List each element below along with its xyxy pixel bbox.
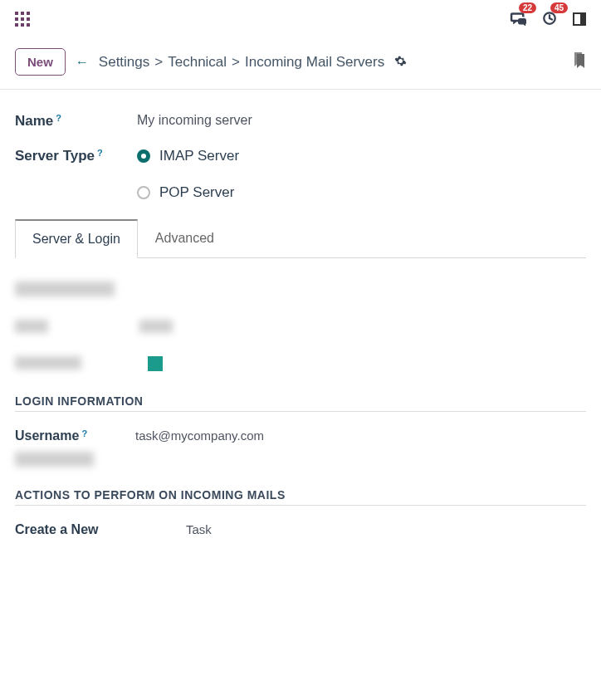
redacted-row <box>15 281 586 296</box>
breadcrumb-separator: > <box>154 54 163 71</box>
tab-advanced[interactable]: Advanced <box>138 219 232 257</box>
help-icon[interactable]: ? <box>97 148 103 158</box>
tabs: Server & Login Advanced <box>15 219 586 258</box>
top-bar: 22 45 <box>0 0 601 38</box>
redacted-row <box>15 452 94 467</box>
activity-icon[interactable]: 45 <box>541 11 558 28</box>
radio-icon[interactable] <box>137 186 150 199</box>
panel-toggle-icon[interactable] <box>573 12 586 26</box>
help-icon[interactable]: ? <box>81 428 87 438</box>
name-row: Name ? My incoming server <box>15 113 586 130</box>
create-new-label: Create a New <box>15 522 181 537</box>
header-left: New ← Settings > Technical > Incoming Ma… <box>15 48 407 76</box>
breadcrumb-technical[interactable]: Technical <box>168 54 227 71</box>
gear-icon[interactable] <box>394 55 407 70</box>
radio-icon[interactable] <box>137 149 150 163</box>
create-new-row: Create a New Task <box>15 522 586 537</box>
breadcrumb-settings[interactable]: Settings <box>99 54 149 71</box>
new-button[interactable]: New <box>15 48 66 76</box>
topbar-right: 22 45 <box>510 11 586 28</box>
apps-grid-icon[interactable] <box>15 12 30 27</box>
help-icon[interactable]: ? <box>56 113 61 123</box>
login-information-header: LOGIN INFORMATION <box>15 394 586 412</box>
server-type-radio-group: IMAP Server POP Server <box>137 148 239 201</box>
redacted-row <box>15 356 586 371</box>
tab-content: LOGIN INFORMATION Username ? task@mycomp… <box>15 258 586 554</box>
breadcrumb: Settings > Technical > Incoming Mail Ser… <box>99 54 384 71</box>
breadcrumb-incoming-mail-servers[interactable]: Incoming Mail Servers <box>245 54 384 71</box>
create-new-value[interactable]: Task <box>186 522 586 536</box>
name-label: Name ? <box>15 113 137 130</box>
messages-badge: 22 <box>519 2 536 13</box>
form-body: Name ? My incoming server Server Type ? … <box>0 90 601 569</box>
server-type-row: Server Type ? IMAP Server POP Server <box>15 148 586 201</box>
bookmark-icon[interactable] <box>573 52 586 71</box>
radio-pop[interactable]: POP Server <box>137 184 239 201</box>
username-value[interactable]: task@mycompany.com <box>135 428 586 443</box>
actions-header: ACTIONS TO PERFORM ON INCOMING MAILS <box>15 488 586 506</box>
header-row: New ← Settings > Technical > Incoming Ma… <box>0 38 601 90</box>
username-row: Username ? task@mycompany.com <box>15 428 586 443</box>
back-arrow-icon[interactable]: ← <box>76 55 89 70</box>
messages-icon[interactable]: 22 <box>510 11 526 28</box>
tab-server-login[interactable]: Server & Login <box>15 219 138 258</box>
server-type-label: Server Type ? <box>15 148 137 164</box>
breadcrumb-separator: > <box>232 54 240 71</box>
username-label: Username ? <box>15 428 123 443</box>
redacted-row <box>15 320 586 333</box>
radio-imap[interactable]: IMAP Server <box>137 148 239 164</box>
activity-badge: 45 <box>550 2 568 13</box>
name-value[interactable]: My incoming server <box>137 113 586 128</box>
